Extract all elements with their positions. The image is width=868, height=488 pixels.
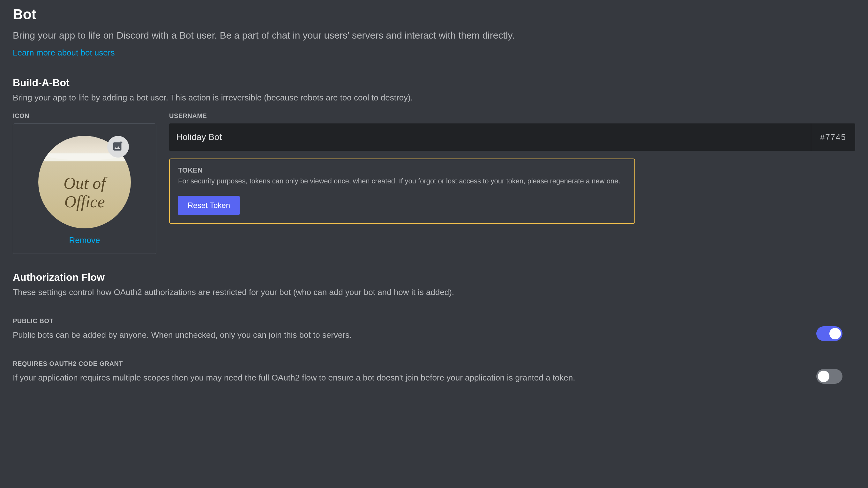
oauth2-grant-description: If your application requires multiple sc… [13, 372, 816, 383]
auth-flow-title: Authorization Flow [13, 271, 855, 283]
remove-icon-link[interactable]: Remove [69, 235, 100, 245]
discriminator: #7745 [820, 132, 846, 142]
learn-more-link[interactable]: Learn more about bot users [13, 48, 115, 58]
oauth2-grant-toggle[interactable] [816, 369, 842, 384]
username-input[interactable] [169, 124, 811, 151]
build-a-bot-title: Build-A-Bot [13, 77, 855, 89]
avatar-text-line2: Office [38, 193, 131, 211]
page-title: Bot [13, 6, 855, 22]
auth-flow-description: These settings control how OAuth2 author… [13, 286, 855, 298]
page-description: Bring your app to life on Discord with a… [13, 29, 855, 42]
build-a-bot-description: Bring your app to life by adding a bot u… [13, 92, 855, 103]
oauth2-grant-label: REQUIRES OAUTH2 CODE GRANT [13, 360, 816, 367]
public-bot-description: Public bots can be added by anyone. When… [13, 329, 816, 340]
token-box: TOKEN For security purposes, tokens can … [169, 159, 635, 224]
reset-token-button[interactable]: Reset Token [178, 196, 240, 215]
avatar-text-line1: Out of [38, 174, 131, 192]
public-bot-toggle[interactable] [816, 326, 842, 341]
icon-upload-box[interactable]: Out of Office Remove [13, 124, 156, 254]
username-label: USERNAME [169, 112, 855, 120]
token-description: For security purposes, tokens can only b… [178, 176, 626, 186]
token-label: TOKEN [178, 166, 626, 174]
public-bot-label: PUBLIC BOT [13, 317, 816, 325]
upload-image-icon[interactable] [107, 136, 129, 158]
icon-label: ICON [13, 112, 156, 120]
